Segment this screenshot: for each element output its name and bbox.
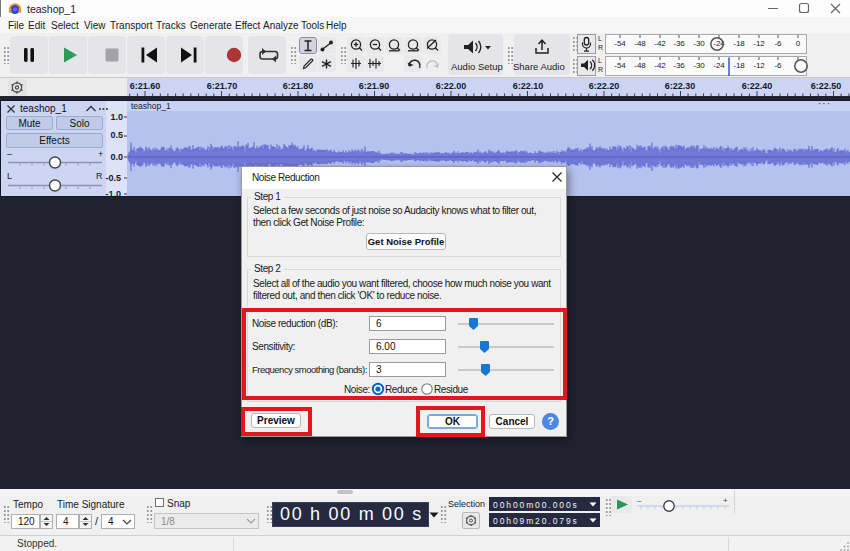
svg-text:+: + [723, 496, 728, 505]
svg-text:–: – [637, 496, 642, 505]
svg-text:L: L [7, 171, 12, 181]
svg-text:–: – [7, 149, 12, 159]
